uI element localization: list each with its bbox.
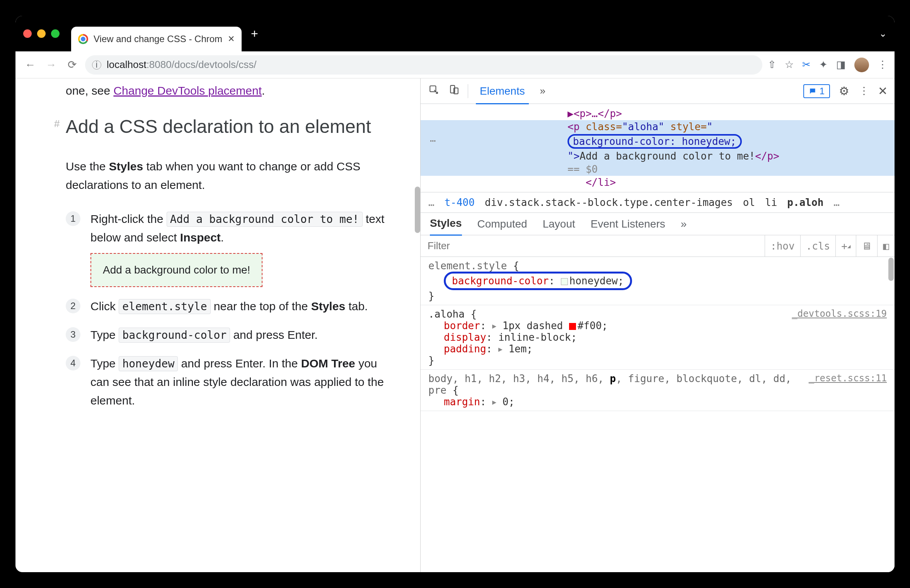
star-icon[interactable]: ☆ <box>785 59 794 71</box>
more-tabs-icon[interactable]: » <box>681 218 687 230</box>
heading-text: Add a CSS declaration to an element <box>66 116 371 137</box>
extensions-icon[interactable]: ✦ <box>819 59 828 71</box>
device-toggle-icon[interactable] <box>448 85 460 97</box>
omnibox[interactable]: i localhost:8080/docs/devtools/css/ <box>85 55 762 75</box>
tab-styles[interactable]: Styles <box>430 217 462 236</box>
styles-body: element.style { background-color: honeyd… <box>421 257 895 572</box>
more-tabs-icon[interactable]: » <box>537 85 549 97</box>
toggle-sidebar-icon[interactable]: ◧ <box>877 235 895 257</box>
css-prop[interactable]: margin <box>444 396 480 408</box>
rule-element-style[interactable]: element.style { background-color: honeyd… <box>421 257 895 305</box>
crumb-more[interactable]: … <box>428 197 435 208</box>
reload-button[interactable]: ⟳ <box>64 58 80 71</box>
css-value[interactable]: 0 <box>503 396 509 408</box>
crumb-item[interactable]: t-400 <box>445 197 475 208</box>
back-button[interactable]: ← <box>22 59 38 71</box>
browser-tab[interactable]: View and change CSS - Chrom ✕ <box>71 27 242 51</box>
breadcrumb[interactable]: … t-400 div.stack.stack--block.type.cent… <box>421 192 895 213</box>
styles-bold: Styles <box>109 160 143 173</box>
sidepanel-icon[interactable]: ◨ <box>836 59 846 71</box>
css-value[interactable]: 1px dashed <box>503 320 569 331</box>
dom-tree[interactable]: ⋯ ▶<p>…</p> <p class="aloha" style=" bac… <box>421 104 895 192</box>
selector: element.style <box>428 260 507 272</box>
close-window-button[interactable] <box>23 29 32 38</box>
kebab-icon[interactable]: ⋮ <box>858 85 870 97</box>
issues-badge[interactable]: 1 <box>803 84 830 98</box>
step1-code: Add a background color to me! <box>167 212 363 227</box>
css-prop[interactable]: display <box>444 331 486 343</box>
dom-line-selected[interactable]: background-color: honeydew; <box>421 133 895 150</box>
inspect-icon[interactable] <box>428 85 440 97</box>
step-2-body: Click element.style near the top of the … <box>90 297 397 316</box>
dom-line-selected[interactable]: == $0 <box>421 163 895 176</box>
site-info-icon[interactable]: i <box>92 60 101 70</box>
step-1: 1 Right-click the Add a background color… <box>66 210 397 287</box>
dom-line[interactable]: ▶<p>…</p> <box>421 107 895 120</box>
devtools-panel: Elements » 1 ⚙ ⋮ ✕ ⋯ ▶<p>…</p> <p class=… <box>421 78 895 572</box>
css-value[interactable]: honeydew <box>569 275 618 287</box>
intro-prefix: one, see <box>66 84 113 97</box>
zoom-window-button[interactable] <box>51 29 60 38</box>
tabs-menu-button[interactable]: ⌄ <box>879 28 887 39</box>
source-link[interactable]: _devtools.scss:19 <box>792 308 887 319</box>
toolbar-actions: ⇧ ☆ ✂ ✦ ◨ ⋮ <box>768 58 888 72</box>
styles-scrollbar[interactable] <box>888 258 894 281</box>
crumb-item[interactable]: li <box>765 197 777 208</box>
anchor-hash-icon[interactable]: # <box>54 118 60 130</box>
gear-icon[interactable]: ⚙ <box>838 84 850 98</box>
close-devtools-button[interactable]: ✕ <box>878 84 888 98</box>
kebab-menu-icon[interactable]: ⋮ <box>878 59 888 71</box>
scissors-icon[interactable]: ✂ <box>802 59 811 71</box>
filter-input[interactable] <box>421 240 765 252</box>
step-2: 2 Click element.style near the top of th… <box>66 297 397 316</box>
dom-line-selected[interactable]: ">Add a background color to me!</p> <box>421 150 895 163</box>
source-link[interactable]: _reset.scss:11 <box>809 373 887 384</box>
tab-title: View and change CSS - Chrom <box>94 34 222 44</box>
titlebar: View and change CSS - Chrom ✕ + ⌄ <box>15 16 895 51</box>
close-tab-button[interactable]: ✕ <box>228 34 235 44</box>
css-prop[interactable]: background-color <box>452 275 549 287</box>
separator <box>468 84 468 98</box>
dom-line[interactable]: </li> <box>421 176 895 189</box>
crumb-item[interactable]: ol <box>743 197 755 208</box>
tab-layout[interactable]: Layout <box>543 218 575 230</box>
rule-reset[interactable]: _reset.scss:11 body, h1, h2, h3, h4, h5,… <box>421 370 895 411</box>
dom-line-selected[interactable]: <p class="aloha" style=" <box>421 120 895 133</box>
crumb-item-current[interactable]: p.aloh <box>787 197 823 208</box>
cls-toggle[interactable]: .cls <box>800 235 836 257</box>
forward-button[interactable]: → <box>43 59 59 71</box>
page-content: one, see Change DevTools placement. # Ad… <box>15 78 421 572</box>
url-host: localhost <box>107 59 147 70</box>
css-prop[interactable]: padding <box>444 343 486 355</box>
color-swatch-icon[interactable] <box>561 278 568 285</box>
intro-line: one, see Change DevTools placement. <box>66 82 397 100</box>
page-heading: # Add a CSS declaration to an element <box>66 116 397 138</box>
share-icon[interactable]: ⇧ <box>768 59 776 71</box>
step-num-4: 4 <box>66 356 80 370</box>
css-prop[interactable]: border <box>444 320 480 331</box>
color-swatch-icon[interactable] <box>569 323 576 330</box>
css-value[interactable]: 1em <box>508 343 527 355</box>
css-value[interactable]: inline-block <box>498 331 571 343</box>
tab-computed[interactable]: Computed <box>477 218 527 230</box>
filter-row: :hov .cls +◢ 🖥 ◧ <box>421 235 895 257</box>
new-rule-button[interactable]: +◢ <box>835 235 856 257</box>
step-4-body: Type honeydew and press Enter. In the DO… <box>90 354 397 410</box>
dom-ellipsis-icon[interactable]: ⋯ <box>430 135 436 146</box>
crumb-more[interactable]: … <box>833 197 840 208</box>
intro-link[interactable]: Change DevTools placement <box>113 84 262 97</box>
minimize-window-button[interactable] <box>37 29 46 38</box>
hov-toggle[interactable]: :hov <box>765 235 800 257</box>
demo-box[interactable]: Add a background color to me! <box>90 253 262 287</box>
page-scrollbar[interactable] <box>415 187 420 233</box>
tab-elements[interactable]: Elements <box>476 78 529 104</box>
step3-code: background-color <box>119 328 230 343</box>
new-tab-button[interactable]: + <box>251 27 258 41</box>
crumb-item[interactable]: div.stack.stack--block.type.center-image… <box>485 197 733 208</box>
step-1-body: Right-click the Add a background color t… <box>90 210 397 287</box>
rule-aloha[interactable]: _devtools.scss:19 .aloha { border: ▶ 1px… <box>421 305 895 370</box>
tab-event-listeners[interactable]: Event Listeners <box>591 218 665 230</box>
device-icon[interactable]: 🖥 <box>856 235 877 257</box>
avatar[interactable] <box>854 58 869 72</box>
toolbar: ← → ⟳ i localhost:8080/docs/devtools/css… <box>15 51 895 78</box>
